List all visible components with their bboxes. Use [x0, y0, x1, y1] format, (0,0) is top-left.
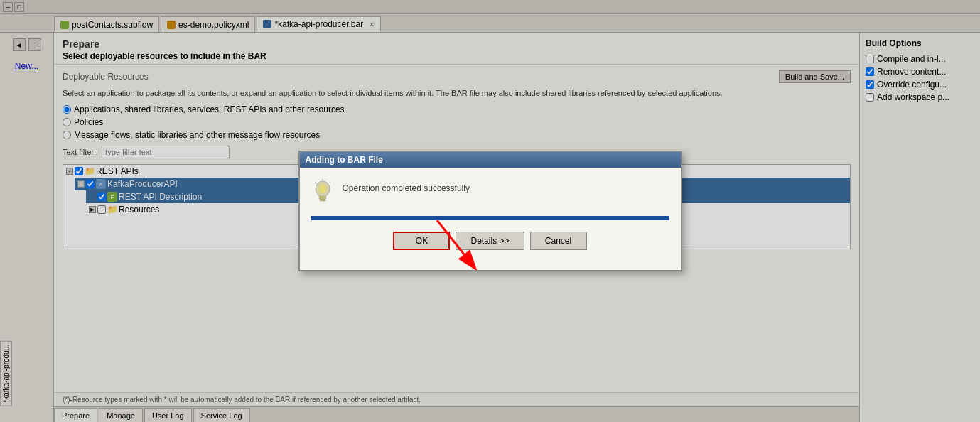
modal-title: Adding to BAR File [306, 155, 383, 165]
modal-message: Operation completed successfully. [343, 183, 472, 193]
modal-dialog: Adding to BAR File Operation c [298, 151, 682, 271]
modal-message-row: Operation completed successfully. [311, 179, 669, 207]
modal-progress [311, 216, 669, 220]
modal-titlebar: Adding to BAR File [300, 152, 681, 168]
modal-ok-button[interactable]: OK [393, 232, 450, 250]
modal-body: Operation completed successfully. OK Det… [300, 168, 681, 270]
modal-buttons: OK Details >> Cancel [311, 232, 669, 259]
modal-details-button[interactable]: Details >> [456, 232, 524, 250]
modal-cancel-button[interactable]: Cancel [530, 232, 587, 250]
lightbulb-icon [311, 179, 334, 207]
svg-line-6 [330, 183, 330, 183]
svg-point-3 [319, 185, 326, 193]
svg-rect-2 [320, 199, 325, 201]
svg-line-5 [315, 183, 316, 183]
svg-rect-1 [319, 196, 326, 199]
modal-overlay: Adding to BAR File Operation c [0, 0, 980, 422]
